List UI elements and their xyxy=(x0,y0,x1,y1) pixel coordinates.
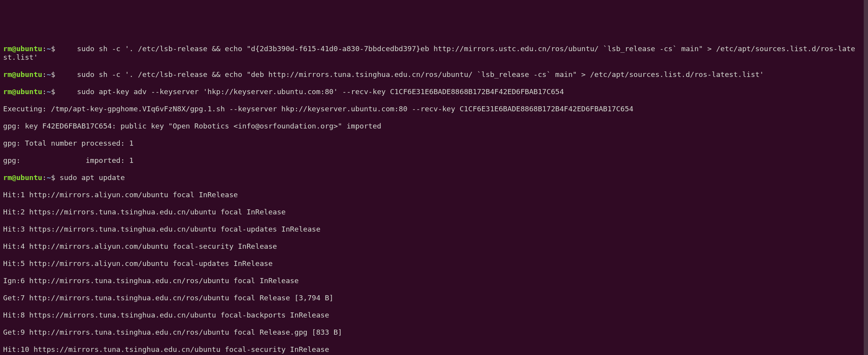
scrollbar[interactable] xyxy=(864,0,868,355)
prompt-host: ubuntu xyxy=(16,45,42,53)
prompt-dollar: $ xyxy=(51,45,55,53)
prompt-user: rm xyxy=(3,45,12,53)
prompt-at: @ xyxy=(12,45,16,53)
output-line: gpg: Total number processed: 1 xyxy=(3,139,859,148)
output-line: Get:7 http://mirrors.tuna.tsinghua.edu.c… xyxy=(3,294,859,302)
output-line: Hit:1 http://mirrors.aliyun.com/ubuntu f… xyxy=(3,191,859,199)
output-line: Hit:8 https://mirrors.tuna.tsinghua.edu.… xyxy=(3,311,859,319)
output-line: gpg: imported: 1 xyxy=(3,156,859,165)
output-line: Hit:3 https://mirrors.tuna.tsinghua.edu.… xyxy=(3,225,859,234)
output-line: Hit:4 http://mirrors.aliyun.com/ubuntu f… xyxy=(3,242,859,251)
output-line: Get:9 http://mirrors.tuna.tsinghua.edu.c… xyxy=(3,328,859,337)
command-line-3: rm@ubuntu:~$ sudo apt-key adv --keyserve… xyxy=(3,87,859,96)
command-line-2: rm@ubuntu:~$ sudo sh -c '. /etc/lsb-rele… xyxy=(3,70,859,79)
prompt-path: ~ xyxy=(46,45,51,53)
prompt-colon: : xyxy=(42,45,46,53)
command-text: sudo apt-key adv --keyserver 'hkp://keys… xyxy=(55,87,564,96)
terminal-output[interactable]: rm@ubuntu:~$ sudo sh -c '. /etc/lsb-rele… xyxy=(3,36,865,355)
command-text: sudo sh -c '. /etc/lsb-release && echo "… xyxy=(55,70,764,78)
command-line-1: rm@ubuntu:~$ sudo sh -c '. /etc/lsb-rele… xyxy=(3,45,859,62)
output-line: Executing: /tmp/apt-key-gpghome.VIq6vFzN… xyxy=(3,105,859,113)
command-text: sudo sh -c '. /etc/lsb-release && echo "… xyxy=(3,45,855,61)
command-text: sudo apt update xyxy=(55,173,125,182)
output-line: Ign:6 http://mirrors.tuna.tsinghua.edu.c… xyxy=(3,277,859,285)
output-line: Hit:2 https://mirrors.tuna.tsinghua.edu.… xyxy=(3,208,859,216)
output-line: gpg: key F42ED6FBAB17C654: public key "O… xyxy=(3,122,859,130)
command-line-4: rm@ubuntu:~$ sudo apt update xyxy=(3,173,859,182)
output-line: Hit:5 http://mirrors.aliyun.com/ubuntu f… xyxy=(3,259,859,268)
output-line: Hit:10 https://mirrors.tuna.tsinghua.edu… xyxy=(3,345,859,354)
